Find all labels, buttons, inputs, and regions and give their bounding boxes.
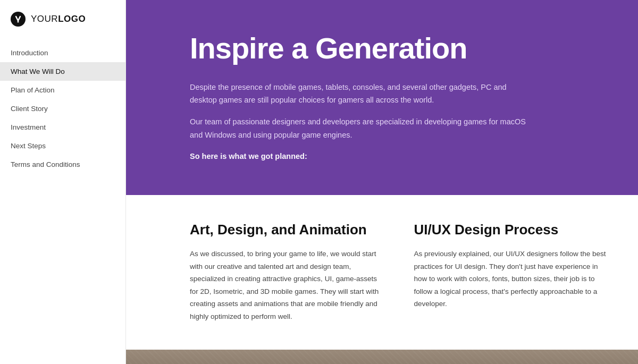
image-strip [126,350,638,364]
feature-uiux: UI/UX Design Process As previously expla… [414,222,607,323]
feature-uiux-body: As previously explained, our UI/UX desig… [414,248,607,310]
sidebar: YOURLOGO Introduction What We Will Do Pl… [0,0,126,364]
features-section: Art, Design, and Animation As we discuss… [126,195,638,350]
feature-art-design: Art, Design, and Animation As we discuss… [190,222,382,323]
hero-paragraph-2: Our team of passionate designers and dev… [190,115,530,141]
logo-text: YOURLOGO [31,14,86,24]
sidebar-item-introduction[interactable]: Introduction [0,44,125,62]
hero-paragraph-1: Despite the presence of mobile games, ta… [190,81,530,107]
sidebar-item-plan-of-action[interactable]: Plan of Action [0,81,125,99]
sidebar-item-client-story[interactable]: Client Story [0,99,125,118]
hero-section: Inspire a Generation Despite the presenc… [126,0,638,195]
sidebar-item-next-steps[interactable]: Next Steps [0,137,125,155]
main-content: Inspire a Generation Despite the presenc… [126,0,638,364]
logo-icon [11,12,26,27]
sidebar-item-investment[interactable]: Investment [0,118,125,137]
feature-art-body: As we discussed, to bring your game to l… [190,248,382,323]
feature-uiux-title: UI/UX Design Process [414,222,607,238]
sidebar-item-what-we-will-do[interactable]: What We Will Do [0,62,125,81]
sidebar-item-terms-and-conditions[interactable]: Terms and Conditions [0,155,125,174]
sidebar-nav: Introduction What We Will Do Plan of Act… [0,38,125,364]
svg-point-0 [18,21,19,23]
logo-area: YOURLOGO [0,0,125,38]
feature-art-title: Art, Design, and Animation [190,222,382,238]
hero-title: Inspire a Generation [190,32,595,65]
image-strip-inner [126,350,638,364]
hero-paragraph-3: So here is what we got planned: [190,150,595,163]
